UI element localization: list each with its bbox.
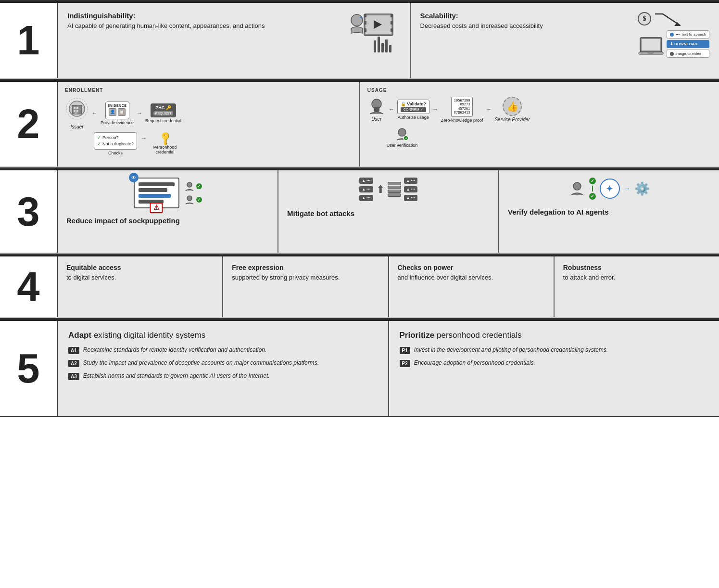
svg-rect-10 [378,37,380,52]
action-p2: P2 Encourage adoption of personhood cred… [400,359,709,367]
arrow-5: → [486,106,492,113]
gear-icon: ⚙️ [634,181,650,196]
row-4: 4 Equitable access to digital services. … [0,254,719,318]
key-credential-icon: 🔑 [157,130,174,147]
indistinguishability-desc: AI capable of generating human-like cont… [67,22,342,30]
sparkle-icon: ✦ [605,183,614,194]
svg-rect-24 [74,107,76,109]
free-expression-title: Free expression [232,264,379,271]
left-bubbles: ▲ ••• ▲ ••• ▲ ••• [359,178,373,201]
ai-circle-icon: ✦ [600,179,620,199]
svg-rect-30 [374,107,379,112]
validate-question: 🔒 Validate? [401,102,426,106]
row-number-3: 3 [0,170,58,253]
disk-3 [388,190,401,193]
bubble-4: ▲ ••• [404,178,417,184]
download-chip: ⬇ DOWNLOAD [667,40,709,48]
arrow-4: → [432,106,438,113]
bot-attacks-title: Mitigate bot attacks [287,209,354,218]
svg-point-34 [187,182,192,187]
user-verification-col: ✓ User verification [387,127,418,148]
checks-label: Checks [108,151,123,155]
svg-rect-25 [76,107,78,109]
equitable-access-desc: to digital services. [66,273,214,282]
form-row-3 [139,194,171,198]
person-check-1: ✓ [196,183,202,189]
svg-point-20 [647,52,654,54]
sockpuppeting-illustration: ⚠ 👁 ✓ [66,178,269,208]
checks-power-panel: Checks on power and influence over digit… [389,256,555,317]
prioritize-rest: personhood credentials [434,331,521,340]
robustness-desc: to attack and error. [563,273,710,282]
svg-text:✦: ✦ [359,15,363,20]
svg-point-36 [573,182,581,190]
issuer-col: Issuer [65,97,89,129]
row-4-content: Equitable access to digital services. Fr… [58,256,719,317]
row-1-content: Indistinguishability: AI capable of gene… [58,3,719,78]
evidence-col: EVIDENCE 👤 📋 Provid [101,102,134,125]
action-a2: A2 Study the impact and prevalence of de… [68,359,378,367]
confirm-btn: CONFIRM ✓ [401,107,426,112]
scalability-desc: Decreased costs and increased accessibil… [420,22,633,30]
svg-rect-9 [374,40,376,52]
usage-panel: USAGE User → [360,82,719,166]
svg-rect-12 [385,39,388,52]
triangle-icon-3: ▲ [362,196,366,200]
row-2-content: ENROLLMENT [58,82,719,166]
eye-icon: 👁 [129,173,139,182]
person-check-icon: ✓ [97,135,101,140]
row-3: 3 ⚠ [0,167,719,254]
indistinguishability-text: Indistinguishability: AI capable of gene… [67,12,342,30]
svg-rect-11 [381,43,384,52]
text-to-speech-chip: ••• text-to-speech [667,30,709,38]
person-check-label: Person? [102,135,119,140]
row-5: 5 Adapt existing digital identity system… [0,318,719,417]
checks-box: ✓ Person? ✓ Not a duplicate? [94,132,137,150]
svg-rect-13 [389,45,391,52]
free-expression-panel: Free expression supported by strong priv… [223,256,389,317]
chain-line-1 [592,186,593,192]
user-verification-svg: ✓ [394,127,410,142]
bot-attacks-panel: ▲ ••• ▲ ••• ▲ ••• ⬆ [278,170,499,253]
thumbsup-icon: 👍 [503,97,522,116]
duplicate-check-label: Not a duplicate? [102,141,134,146]
user-svg [367,97,386,115]
svg-rect-27 [76,110,78,112]
scalability-panel: Scalability: Decreased costs and increas… [411,3,719,78]
form-container: ⚠ 👁 [134,178,179,208]
request-credential-label: Request credential [145,118,181,123]
user-label: User [371,116,381,122]
badge-p1: P1 [400,347,410,354]
prioritize-header: Prioritize personhood credentials [400,331,709,340]
checks-power-title: Checks on power [398,264,545,271]
id-document-icon: 📋 [118,108,126,116]
row-number-2: 2 [0,82,58,166]
svg-point-35 [187,196,192,201]
validate-box: 🔒 Validate? CONFIRM ✓ [397,100,429,114]
chain-check-1: ✓ [589,178,596,184]
phc-label: PHC 🔑 [153,105,174,110]
sp-label: Service Provider [494,117,530,122]
bubble-6: ▲ ••• [404,195,417,201]
agent-person-svg [569,180,585,197]
triangle-icon-2: ▲ [362,187,366,192]
badge-a2: A2 [68,360,79,367]
triangle-icon-5: ▲ [406,187,410,192]
prioritize-panel: Prioritize personhood credentials P1 Inv… [389,321,719,416]
person-svg-1 [184,181,195,192]
svg-rect-5 [364,28,366,32]
robustness-panel: Robustness to attack and error. [555,256,719,317]
triangle-icon-1: ▲ [362,179,366,183]
enrollment-panel: ENROLLMENT [58,82,360,166]
zkp-box: 19567390 09273 457261 87863413 [451,97,473,117]
bubble-5: ▲ ••• [404,186,417,192]
agent-person-col [569,180,585,197]
evidence-label: EVIDENCE [108,104,127,107]
form-row-2 [139,188,167,192]
svg-text:✓: ✓ [405,137,408,141]
action-a3: A3 Establish norms and standards to gove… [68,372,378,380]
phc-col: PHC 🔑 REQUEST Request credential [145,103,181,123]
arrow-3: → [389,106,394,113]
id-card-icon: 👤 [109,108,116,116]
disk-1 [388,182,401,185]
